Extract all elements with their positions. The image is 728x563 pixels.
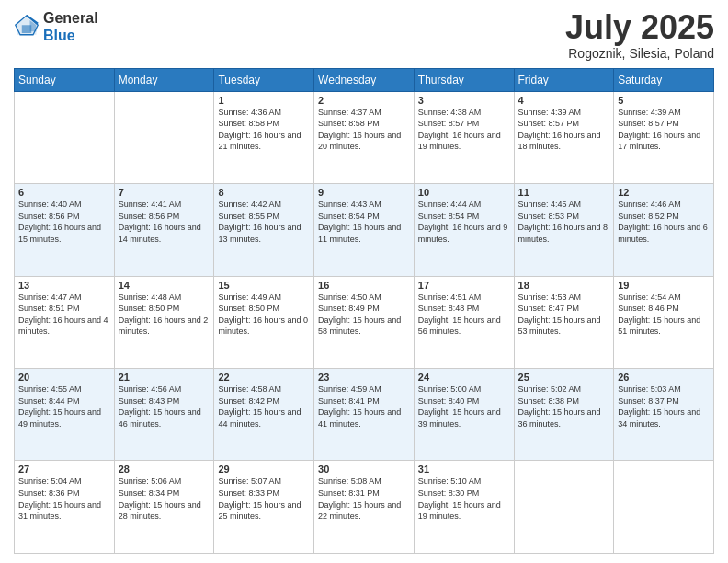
day-info: Sunrise: 4:49 AM Sunset: 8:50 PM Dayligh… <box>218 292 310 338</box>
table-row: 31Sunrise: 5:10 AM Sunset: 8:30 PM Dayli… <box>414 461 514 554</box>
table-row: 14Sunrise: 4:48 AM Sunset: 8:50 PM Dayli… <box>114 276 214 368</box>
table-row: 22Sunrise: 4:58 AM Sunset: 8:42 PM Dayli… <box>214 369 314 461</box>
day-info: Sunrise: 4:55 AM Sunset: 8:44 PM Dayligh… <box>18 384 110 430</box>
day-info: Sunrise: 4:41 AM Sunset: 8:56 PM Dayligh… <box>119 199 210 245</box>
day-number: 11 <box>518 187 610 198</box>
day-info: Sunrise: 5:08 AM Sunset: 8:31 PM Dayligh… <box>318 476 410 522</box>
table-row: 27Sunrise: 5:04 AM Sunset: 8:36 PM Dayli… <box>15 461 115 554</box>
day-number: 16 <box>318 280 410 291</box>
col-saturday: Saturday <box>614 68 714 91</box>
table-row: 9Sunrise: 4:43 AM Sunset: 8:54 PM Daylig… <box>314 184 415 276</box>
day-number: 26 <box>618 372 710 383</box>
day-info: Sunrise: 5:03 AM Sunset: 8:37 PM Dayligh… <box>618 384 710 430</box>
day-number: 7 <box>119 187 210 198</box>
day-number: 10 <box>418 187 510 198</box>
day-info: Sunrise: 4:47 AM Sunset: 8:51 PM Dayligh… <box>18 292 110 338</box>
day-number: 25 <box>518 372 610 383</box>
table-row: 18Sunrise: 4:53 AM Sunset: 8:47 PM Dayli… <box>514 276 614 368</box>
day-info: Sunrise: 4:42 AM Sunset: 8:55 PM Dayligh… <box>218 199 310 245</box>
day-info: Sunrise: 4:36 AM Sunset: 8:58 PM Dayligh… <box>218 107 310 153</box>
day-number: 4 <box>518 95 610 106</box>
table-row: 10Sunrise: 4:44 AM Sunset: 8:54 PM Dayli… <box>414 184 514 276</box>
calendar-header-row: Sunday Monday Tuesday Wednesday Thursday… <box>15 68 714 91</box>
day-number: 21 <box>119 372 210 383</box>
logo: General Blue <box>14 9 98 44</box>
table-row: 1Sunrise: 4:36 AM Sunset: 8:58 PM Daylig… <box>214 91 314 183</box>
table-row: 24Sunrise: 5:00 AM Sunset: 8:40 PM Dayli… <box>414 369 514 461</box>
col-monday: Monday <box>114 68 214 91</box>
table-row: 3Sunrise: 4:38 AM Sunset: 8:57 PM Daylig… <box>414 91 514 183</box>
day-info: Sunrise: 4:44 AM Sunset: 8:54 PM Dayligh… <box>418 199 510 245</box>
day-number: 30 <box>318 464 410 475</box>
day-info: Sunrise: 4:40 AM Sunset: 8:56 PM Dayligh… <box>18 199 110 245</box>
table-row: 25Sunrise: 5:02 AM Sunset: 8:38 PM Dayli… <box>514 369 614 461</box>
day-number: 15 <box>218 280 310 291</box>
day-number: 8 <box>218 187 310 198</box>
day-number: 17 <box>418 280 510 291</box>
logo-blue: Blue <box>43 27 98 44</box>
day-number: 9 <box>318 187 410 198</box>
calendar-week-row: 6Sunrise: 4:40 AM Sunset: 8:56 PM Daylig… <box>15 184 714 276</box>
day-info: Sunrise: 4:45 AM Sunset: 8:53 PM Dayligh… <box>518 199 610 245</box>
calendar-week-row: 13Sunrise: 4:47 AM Sunset: 8:51 PM Dayli… <box>15 276 714 368</box>
col-wednesday: Wednesday <box>314 68 415 91</box>
day-number: 29 <box>218 464 310 475</box>
day-info: Sunrise: 5:07 AM Sunset: 8:33 PM Dayligh… <box>218 476 310 522</box>
header: General Blue July 2025 Rogoznik, Silesia… <box>14 9 714 61</box>
day-number: 6 <box>18 187 110 198</box>
day-number: 28 <box>119 464 210 475</box>
day-number: 13 <box>18 280 110 291</box>
table-row <box>514 461 614 554</box>
day-number: 2 <box>318 95 410 106</box>
calendar-week-row: 1Sunrise: 4:36 AM Sunset: 8:58 PM Daylig… <box>15 91 714 183</box>
logo-general: General <box>43 9 98 27</box>
table-row: 21Sunrise: 4:56 AM Sunset: 8:43 PM Dayli… <box>114 369 214 461</box>
calendar-week-row: 20Sunrise: 4:55 AM Sunset: 8:44 PM Dayli… <box>15 369 714 461</box>
table-row: 17Sunrise: 4:51 AM Sunset: 8:48 PM Dayli… <box>414 276 514 368</box>
table-row: 19Sunrise: 4:54 AM Sunset: 8:46 PM Dayli… <box>614 276 714 368</box>
day-info: Sunrise: 4:56 AM Sunset: 8:43 PM Dayligh… <box>119 384 210 430</box>
day-number: 19 <box>618 280 710 291</box>
day-info: Sunrise: 5:00 AM Sunset: 8:40 PM Dayligh… <box>418 384 510 430</box>
logo-text: General Blue <box>43 9 98 44</box>
day-info: Sunrise: 4:43 AM Sunset: 8:54 PM Dayligh… <box>318 199 410 245</box>
subtitle: Rogoznik, Silesia, Poland <box>565 46 714 61</box>
page: General Blue July 2025 Rogoznik, Silesia… <box>0 0 728 563</box>
main-title: July 2025 <box>565 9 714 46</box>
day-info: Sunrise: 5:04 AM Sunset: 8:36 PM Dayligh… <box>18 476 110 522</box>
calendar-table: Sunday Monday Tuesday Wednesday Thursday… <box>14 68 714 554</box>
day-number: 5 <box>618 95 710 106</box>
day-info: Sunrise: 5:06 AM Sunset: 8:34 PM Dayligh… <box>119 476 210 522</box>
table-row <box>614 461 714 554</box>
day-number: 22 <box>218 372 310 383</box>
day-info: Sunrise: 4:54 AM Sunset: 8:46 PM Dayligh… <box>618 292 710 338</box>
day-number: 18 <box>518 280 610 291</box>
day-number: 27 <box>18 464 110 475</box>
day-info: Sunrise: 4:46 AM Sunset: 8:52 PM Dayligh… <box>618 199 710 245</box>
day-info: Sunrise: 5:10 AM Sunset: 8:30 PM Dayligh… <box>418 476 510 522</box>
calendar-week-row: 27Sunrise: 5:04 AM Sunset: 8:36 PM Dayli… <box>15 461 714 554</box>
logo-icon <box>14 14 40 40</box>
col-sunday: Sunday <box>15 68 115 91</box>
day-info: Sunrise: 4:53 AM Sunset: 8:47 PM Dayligh… <box>518 292 610 338</box>
day-info: Sunrise: 4:58 AM Sunset: 8:42 PM Dayligh… <box>218 384 310 430</box>
day-number: 12 <box>618 187 710 198</box>
col-tuesday: Tuesday <box>214 68 314 91</box>
day-number: 1 <box>218 95 310 106</box>
table-row: 7Sunrise: 4:41 AM Sunset: 8:56 PM Daylig… <box>114 184 214 276</box>
day-info: Sunrise: 4:51 AM Sunset: 8:48 PM Dayligh… <box>418 292 510 338</box>
day-info: Sunrise: 4:50 AM Sunset: 8:49 PM Dayligh… <box>318 292 410 338</box>
table-row: 11Sunrise: 4:45 AM Sunset: 8:53 PM Dayli… <box>514 184 614 276</box>
table-row: 29Sunrise: 5:07 AM Sunset: 8:33 PM Dayli… <box>214 461 314 554</box>
col-friday: Friday <box>514 68 614 91</box>
day-info: Sunrise: 4:39 AM Sunset: 8:57 PM Dayligh… <box>518 107 610 153</box>
table-row: 28Sunrise: 5:06 AM Sunset: 8:34 PM Dayli… <box>114 461 214 554</box>
day-number: 24 <box>418 372 510 383</box>
table-row: 30Sunrise: 5:08 AM Sunset: 8:31 PM Dayli… <box>314 461 415 554</box>
table-row: 12Sunrise: 4:46 AM Sunset: 8:52 PM Dayli… <box>614 184 714 276</box>
table-row: 26Sunrise: 5:03 AM Sunset: 8:37 PM Dayli… <box>614 369 714 461</box>
table-row: 8Sunrise: 4:42 AM Sunset: 8:55 PM Daylig… <box>214 184 314 276</box>
table-row <box>15 91 115 183</box>
day-info: Sunrise: 4:39 AM Sunset: 8:57 PM Dayligh… <box>618 107 710 153</box>
day-info: Sunrise: 4:59 AM Sunset: 8:41 PM Dayligh… <box>318 384 410 430</box>
